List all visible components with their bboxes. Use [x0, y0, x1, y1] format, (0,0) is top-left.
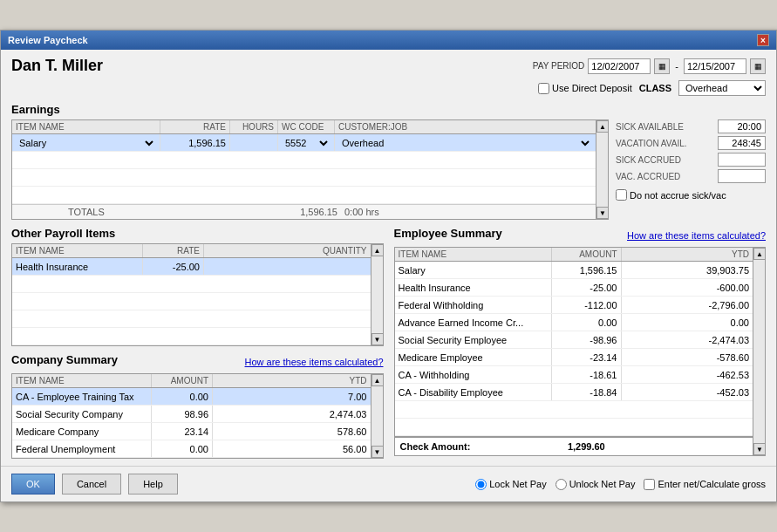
other-item-0[interactable]: Health Insurance — [12, 258, 143, 275]
earnings-item-name-0[interactable]: Salary — [12, 134, 160, 151]
other-rate-0[interactable]: -25.00 — [143, 258, 204, 275]
scroll-down-arrow[interactable]: ▼ — [596, 207, 609, 219]
unlock-net-pay-label[interactable]: Unlock Net Pay — [555, 479, 636, 490]
title-bar: Review Paycheck × — [1, 31, 776, 50]
earnings-item-select-0[interactable]: Salary — [16, 137, 156, 149]
ok-button[interactable]: OK — [11, 474, 55, 494]
pay-period-end[interactable] — [684, 58, 746, 74]
earnings-col-hours: HOURS — [230, 120, 278, 133]
earnings-hours-0[interactable] — [230, 134, 278, 151]
emp-scroll-track — [753, 260, 765, 443]
emp-scroll-down[interactable]: ▼ — [753, 443, 766, 455]
class-label: CLASS — [639, 83, 671, 93]
earnings-scrollbar[interactable]: ▲ ▼ — [596, 119, 609, 220]
comp-ytd-0: 7.00 — [213, 388, 371, 405]
emp-amt-4: -98.96 — [552, 331, 622, 348]
earnings-cust-job-select-0[interactable]: Overhead — [338, 137, 592, 149]
emp-row-3: Advance Earned Income Cr... 0.00 0.00 — [395, 314, 753, 331]
comp-ytd-1: 2,474.03 — [213, 406, 371, 422]
lock-net-pay-text: Lock Net Pay — [489, 479, 546, 489]
comp-ytd-3: 56.00 — [213, 440, 371, 457]
emp-ytd-6: -462.53 — [622, 366, 753, 383]
enter-net-label[interactable]: Enter net/Calculate gross — [644, 479, 766, 490]
lock-net-pay-label[interactable]: Lock Net Pay — [475, 479, 546, 490]
comp-scroll-down[interactable]: ▼ — [371, 446, 384, 458]
no-accrue-checkbox[interactable] — [616, 189, 627, 201]
employee-summary-how-link[interactable]: How are these items calculated? — [627, 230, 766, 241]
comp-row-2: Medicare Company 23.14 578.60 — [12, 423, 371, 440]
other-scroll-up[interactable]: ▲ — [371, 244, 384, 256]
earnings-row-empty-3 — [12, 187, 596, 204]
company-summary-section: Company Summary How are these items calc… — [11, 353, 384, 459]
pay-period-start-calendar[interactable]: ▦ — [654, 58, 670, 74]
company-summary-how-link[interactable]: How are these items calculated? — [245, 357, 384, 367]
emp-ytd-1: -600.00 — [622, 279, 753, 296]
comp-scroll-up[interactable]: ▲ — [371, 374, 384, 386]
comp-item-1: Social Security Company — [12, 406, 152, 422]
earnings-section: Earnings ITEM NAME RATE HOURS WC CODE CU… — [11, 103, 766, 220]
other-payroll-section: Other Payroll Items ITEM NAME RATE QUANT… — [11, 227, 384, 346]
sick-accrued-value[interactable] — [718, 153, 766, 167]
comp-row-1: Social Security Company 98.96 2,474.03 — [12, 406, 371, 423]
comp-row-0: CA - Employee Training Tax 0.00 7.00 — [12, 388, 371, 406]
sick-vacation-panel: SICK AVAILABLE VACATION AVAIL. SICK ACCR… — [609, 119, 766, 220]
earnings-cust-job-0[interactable]: Overhead — [335, 134, 596, 151]
earnings-col-cust-job: CUSTOMER:JOB — [335, 120, 596, 133]
close-button[interactable]: × — [757, 34, 769, 46]
company-summary-title: Company Summary — [11, 353, 118, 366]
vacation-avail-value[interactable] — [718, 136, 766, 150]
emp-amt-7: -18.84 — [552, 384, 622, 400]
other-row-0: Health Insurance -25.00 — [12, 258, 371, 276]
earnings-wc-0[interactable]: 5552 — [278, 134, 335, 151]
other-qty-0[interactable] — [204, 258, 371, 275]
vac-accrued-value[interactable] — [718, 169, 766, 183]
other-payroll-title: Other Payroll Items — [11, 227, 384, 240]
emp-row-7: CA - Disability Employee -18.84 -452.03 — [395, 384, 753, 401]
comp-scroll-track — [371, 386, 383, 446]
scroll-up-arrow[interactable]: ▲ — [596, 120, 609, 133]
emp-col-item: ITEM NAME — [395, 248, 552, 261]
emp-amt-2: -112.00 — [552, 297, 622, 313]
emp-scroll-up[interactable]: ▲ — [753, 248, 766, 260]
class-select[interactable]: Overhead — [678, 80, 766, 96]
sick-available-value[interactable] — [718, 119, 766, 133]
emp-item-0: Salary — [395, 262, 552, 278]
emp-row-6: CA - Withholding -18.61 -462.53 — [395, 366, 753, 384]
emp-amt-1: -25.00 — [552, 279, 622, 296]
emp-row-0: Salary 1,596.15 39,903.75 — [395, 262, 753, 279]
enter-net-checkbox[interactable] — [644, 479, 655, 490]
comp-ytd-2: 578.60 — [213, 423, 371, 440]
window-title: Review Paycheck — [8, 35, 88, 45]
emp-col-amt: AMOUNT — [552, 248, 622, 261]
comp-item-0: CA - Employee Training Tax — [12, 388, 152, 405]
use-direct-deposit-label[interactable]: Use Direct Deposit — [538, 83, 632, 94]
pay-period-label: PAY PERIOD — [533, 61, 584, 71]
pay-period-end-calendar[interactable]: ▦ — [750, 58, 766, 74]
comp-row-3: Federal Unemployment 0.00 56.00 — [12, 440, 371, 458]
other-scroll-down[interactable]: ▼ — [371, 333, 384, 345]
earnings-col-rate: RATE — [160, 120, 230, 133]
cancel-button[interactable]: Cancel — [62, 474, 121, 494]
help-button[interactable]: Help — [128, 474, 178, 494]
check-amount-value: 1,299.60 — [539, 441, 609, 452]
comp-scrollbar[interactable]: ▲ ▼ — [371, 373, 384, 459]
scroll-track — [596, 133, 608, 207]
other-scrollbar[interactable]: ▲ ▼ — [371, 243, 384, 346]
unlock-net-pay-radio[interactable] — [555, 479, 567, 490]
emp-ytd-4: -2,474.03 — [622, 331, 753, 348]
other-row-empty-4 — [12, 328, 371, 345]
emp-row-1: Health Insurance -25.00 -600.00 — [395, 279, 753, 297]
emp-amt-0: 1,596.15 — [552, 262, 622, 278]
emp-item-7: CA - Disability Employee — [395, 384, 552, 400]
other-row-empty-2 — [12, 293, 371, 310]
lock-net-pay-radio[interactable] — [475, 479, 487, 490]
earnings-rate-0[interactable]: 1,596.15 — [160, 134, 230, 151]
pay-period-start[interactable] — [588, 58, 651, 74]
earnings-wc-select-0[interactable]: 5552 — [282, 137, 331, 149]
emp-row-empty-2 — [395, 419, 753, 436]
emp-scrollbar[interactable]: ▲ ▼ — [753, 247, 766, 456]
use-direct-deposit-checkbox[interactable] — [538, 83, 549, 94]
emp-row-2: Federal Withholding -112.00 -2,796.00 — [395, 297, 753, 314]
comp-amt-1: 98.96 — [152, 406, 213, 422]
emp-row-4: Social Security Employee -98.96 -2,474.0… — [395, 331, 753, 349]
